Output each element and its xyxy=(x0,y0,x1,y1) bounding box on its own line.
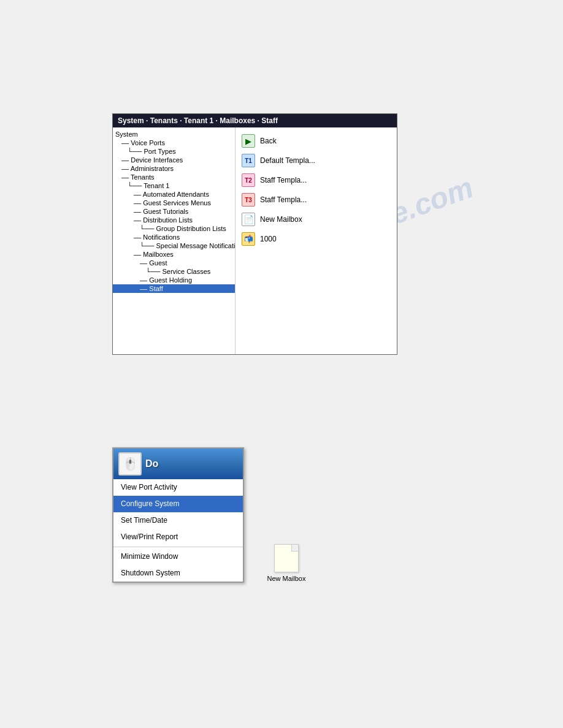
new-mailbox-icon: 📄 xyxy=(242,213,255,226)
do-panel: 🖱️ Do View Port ActivityConfigure System… xyxy=(112,447,244,583)
do-menu-items: View Port ActivityConfigure SystemSet Ti… xyxy=(113,479,243,582)
tree-item-group-distribution-lists[interactable]: └── Group Distribution Lists xyxy=(113,224,235,233)
do-menu-item-view-print-report[interactable]: View/Print Report xyxy=(113,529,243,545)
do-menu-item-view-port-activity[interactable]: View Port Activity xyxy=(113,479,243,496)
do-menu-item-configure-system[interactable]: Configure System xyxy=(113,496,243,512)
do-menu-divider xyxy=(113,547,243,547)
tree-item-tenants[interactable]: –– Tenants xyxy=(113,173,235,181)
actions-pane: ▶BackT1Default Templa...T2Staff Templa..… xyxy=(236,127,397,354)
action-item-staff-template-2[interactable]: T2Staff Templa... xyxy=(240,170,392,190)
breadcrumb: System · Tenants · Tenant 1 · Mailboxes … xyxy=(113,114,397,127)
panel-body: System–– Voice Ports└── Port Types–– Dev… xyxy=(113,127,397,354)
action-label-new-mailbox: New Mailbox xyxy=(260,215,302,224)
tree-item-distribution-lists[interactable]: –– Distribution Lists xyxy=(113,216,235,224)
action-label-default-template: Default Templa... xyxy=(260,156,315,165)
desktop-icon[interactable]: New Mailbox xyxy=(267,544,306,582)
tree-item-port-types[interactable]: └── Port Types xyxy=(113,147,235,156)
tree-item-staff[interactable]: –– Staff xyxy=(113,284,235,293)
do-menu-item-shutdown-system[interactable]: Shutdown System xyxy=(113,565,243,582)
tree-item-mailboxes[interactable]: –– Mailboxes xyxy=(113,250,235,259)
tree-pane: System–– Voice Ports└── Port Types–– Dev… xyxy=(113,127,236,354)
action-item-staff-template-3[interactable]: T3Staff Templa... xyxy=(240,190,392,210)
template1-icon: T1 xyxy=(242,154,255,167)
tree-item-guest-holding[interactable]: –– Guest Holding xyxy=(113,276,235,284)
template3-icon: T3 xyxy=(242,193,255,207)
action-item-default-template[interactable]: T1Default Templa... xyxy=(240,151,392,170)
tree-item-special-message-notifications[interactable]: └── Special Message Notifications xyxy=(113,241,235,250)
tree-item-guest-services-menus[interactable]: –– Guest Services Menus xyxy=(113,199,235,207)
action-item-1000[interactable]: 📬1000 xyxy=(240,229,392,249)
desktop-icon-image xyxy=(274,544,299,572)
do-icon: 🖱️ xyxy=(118,452,142,476)
action-label-staff-template-2: Staff Templa... xyxy=(260,176,307,184)
action-label-back: Back xyxy=(260,137,277,145)
main-panel: System · Tenants · Tenant 1 · Mailboxes … xyxy=(112,113,397,355)
do-menu-item-minimize-window[interactable]: Minimize Window xyxy=(113,548,243,565)
action-label-1000: 1000 xyxy=(260,235,277,243)
do-label: Do xyxy=(145,458,158,469)
tree-item-service-classes[interactable]: └── Service Classes xyxy=(113,267,235,276)
tree-item-tenant1[interactable]: └── Tenant 1 xyxy=(113,181,235,190)
action-item-back[interactable]: ▶Back xyxy=(240,131,392,151)
tree-item-notifications[interactable]: –– Notifications xyxy=(113,233,235,241)
do-header: 🖱️ Do xyxy=(113,449,243,479)
mailbox-1000-icon: 📬 xyxy=(242,232,255,246)
tree-item-automated-attendants[interactable]: –– Automated Attendants xyxy=(113,190,235,199)
back-icon: ▶ xyxy=(242,134,255,148)
desktop-icon-label: New Mailbox xyxy=(267,575,306,582)
tree-item-guest[interactable]: –– Guest xyxy=(113,259,235,267)
action-label-staff-template-3: Staff Templa... xyxy=(260,195,307,204)
tree-item-guest-tutorials[interactable]: –– Guest Tutorials xyxy=(113,207,235,216)
template2-icon: T2 xyxy=(242,173,255,187)
tree-item-administrators[interactable]: –– Administrators xyxy=(113,164,235,173)
tree-item-system[interactable]: System xyxy=(113,130,235,138)
action-item-new-mailbox[interactable]: 📄New Mailbox xyxy=(240,210,392,229)
tree-item-device-interfaces[interactable]: –– Device Interfaces xyxy=(113,156,235,164)
do-menu-item-set-time-date[interactable]: Set Time/Date xyxy=(113,512,243,529)
tree-item-voice-ports[interactable]: –– Voice Ports xyxy=(113,138,235,147)
